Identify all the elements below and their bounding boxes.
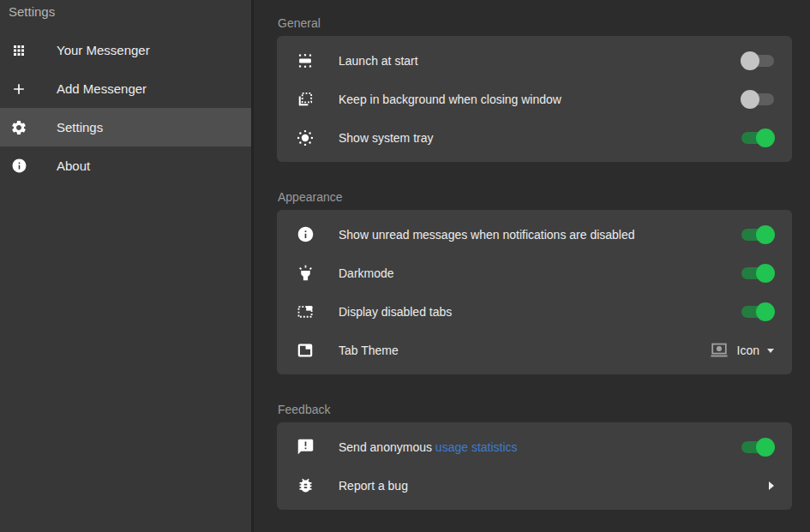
feedback-card: Send anonymous usage statistics Report a… — [277, 422, 792, 510]
section-feedback: Feedback Send anonymous usage statistics… — [277, 403, 792, 510]
show-unread-toggle[interactable] — [741, 229, 774, 241]
bug-icon — [296, 476, 315, 495]
info-icon — [296, 225, 315, 244]
keep-in-background-toggle[interactable] — [741, 93, 774, 105]
tab-theme-value: Icon — [737, 344, 759, 357]
settings-content: General Launch at start — [254, 0, 810, 532]
section-appearance: Appearance Show unread messages when not… — [277, 190, 792, 374]
sidebar-item-label: Add Messenger — [57, 81, 147, 96]
grid-icon — [10, 42, 27, 59]
section-general: General Launch at start — [277, 16, 792, 162]
flashlight-icon — [296, 264, 315, 283]
row-show-system-tray: Show system tray — [277, 118, 792, 157]
section-title-feedback: Feedback — [278, 403, 792, 416]
toggle-knob — [741, 51, 759, 70]
tab-unselected-icon — [296, 302, 315, 321]
icon-theme-preview-icon — [709, 340, 729, 361]
toggle-knob — [756, 225, 775, 244]
toggle-knob — [741, 90, 759, 109]
toggle-knob — [756, 129, 775, 147]
setting-label: Keep in background when closing window — [339, 93, 741, 106]
toggle-knob — [756, 438, 775, 457]
tab-theme-dropdown[interactable]: Icon — [709, 340, 774, 361]
sidebar-nav: Your Messenger Add Messenger Settings Ab… — [0, 31, 251, 185]
show-system-tray-toggle[interactable] — [741, 132, 774, 144]
row-display-disabled-tabs: Display disabled tabs — [277, 292, 792, 331]
keep-in-background-icon — [296, 90, 315, 109]
setting-label: Show unread messages when notifications … — [339, 228, 741, 242]
tab-icon — [296, 341, 315, 360]
info-icon — [10, 158, 27, 175]
row-tab-theme: Tab Theme Icon — [277, 331, 792, 369]
launch-at-start-icon — [296, 51, 315, 70]
gear-icon — [10, 119, 27, 136]
sidebar-item-label: Your Messenger — [57, 43, 150, 57]
sidebar-item-label: Settings — [57, 120, 103, 134]
sidebar-item-add-messenger[interactable]: Add Messenger — [0, 69, 251, 108]
sidebar-item-about[interactable]: About — [0, 146, 251, 185]
appearance-card: Show unread messages when notifications … — [277, 210, 792, 374]
row-darkmode: Darkmode — [277, 254, 792, 292]
setting-label: Display disabled tabs — [339, 305, 741, 319]
launch-at-start-toggle[interactable] — [741, 55, 774, 67]
sidebar-title: Settings — [0, 0, 251, 19]
chevron-down-icon — [767, 349, 774, 353]
usage-statistics-link[interactable]: usage statistics — [435, 440, 518, 454]
send-anonymous-stats-toggle[interactable] — [741, 441, 774, 453]
row-launch-at-start: Launch at start — [277, 41, 792, 80]
stats-label-text: Send anonymous — [339, 440, 432, 454]
toggle-knob — [756, 302, 775, 321]
settings-sidebar: Settings Your Messenger Add Messenger Se… — [0, 0, 254, 532]
setting-label: Report a bug — [339, 479, 769, 493]
section-title-general: General — [278, 16, 792, 30]
setting-label: Show system tray — [339, 131, 741, 145]
setting-label: Launch at start — [339, 54, 741, 68]
setting-label: Send anonymous usage statistics — [339, 440, 741, 454]
row-report-a-bug[interactable]: Report a bug — [277, 466, 792, 505]
general-card: Launch at start Keep in background when … — [277, 36, 792, 162]
toggle-knob — [756, 264, 775, 283]
row-show-unread: Show unread messages when notifications … — [277, 215, 792, 254]
sun-icon — [296, 129, 315, 147]
sidebar-item-settings[interactable]: Settings — [0, 108, 251, 146]
display-disabled-tabs-toggle[interactable] — [741, 306, 774, 318]
sidebar-item-label: About — [57, 158, 90, 173]
plus-icon — [10, 81, 27, 98]
feedback-icon — [296, 438, 315, 457]
darkmode-toggle[interactable] — [741, 267, 774, 279]
setting-label: Tab Theme — [339, 344, 709, 357]
row-keep-in-background: Keep in background when closing window — [277, 80, 792, 118]
section-title-appearance: Appearance — [278, 190, 792, 204]
row-send-anonymous-stats: Send anonymous usage statistics — [277, 427, 792, 466]
sidebar-item-your-messenger[interactable]: Your Messenger — [0, 31, 251, 69]
chevron-right-icon — [769, 481, 774, 490]
setting-label: Darkmode — [339, 266, 741, 280]
